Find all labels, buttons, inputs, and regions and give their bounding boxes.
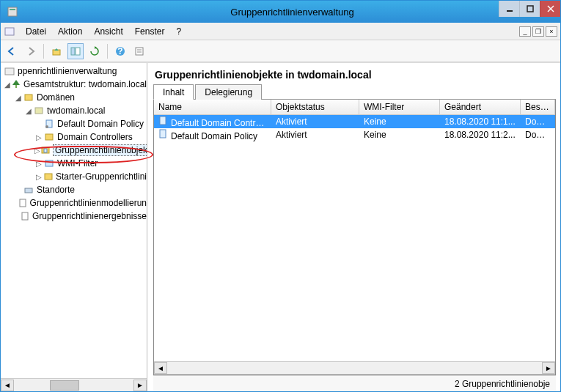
menu-view[interactable]: Ansicht — [88, 25, 128, 38]
scroll-right-button[interactable]: ► — [133, 380, 147, 391]
list-body: Default Domain Controll... Aktiviert Kei… — [154, 115, 555, 361]
expander-icon[interactable]: ▷ — [34, 147, 40, 155]
column-owner[interactable]: Besitzer — [521, 100, 555, 114]
tree-domain[interactable]: ◢twdomain.local — [1, 104, 147, 117]
tree-pane: ppenrichtlinienverwaltung ◢Gesamtstruktu… — [1, 63, 147, 391]
results-icon — [20, 211, 30, 221]
svg-rect-9 — [76, 48, 80, 55]
forest-icon — [11, 79, 21, 89]
svg-rect-1 — [10, 9, 15, 10]
svg-rect-23 — [44, 149, 47, 152]
mdi-restore-button[interactable]: ❐ — [532, 26, 544, 37]
svg-rect-15 — [5, 68, 14, 75]
svg-rect-6 — [5, 28, 14, 35]
status-text: 2 Gruppenrichtlinienobje — [455, 379, 550, 389]
tree-starter-gpos[interactable]: ▷Starter-Gruppenrichtlini — [1, 170, 147, 183]
expander-icon[interactable]: ◢ — [14, 94, 23, 102]
tree-modeling[interactable]: Gruppenrichtlinienmodellierun — [1, 196, 147, 210]
gpo-link-icon — [43, 119, 55, 129]
show-hide-tree-button[interactable] — [67, 43, 84, 59]
svg-rect-16 — [15, 85, 17, 88]
column-wmi[interactable]: WMI-Filter — [359, 100, 440, 114]
starter-icon — [43, 171, 54, 182]
gpo-folder-icon — [40, 145, 51, 155]
gpo-icon — [158, 129, 169, 139]
scroll-left-button[interactable]: ◄ — [154, 362, 167, 374]
mdi-close-button[interactable]: × — [546, 26, 557, 37]
svg-text:?: ? — [117, 46, 122, 56]
tree-horizontal-scrollbar[interactable]: ◄ ► — [1, 378, 147, 391]
svg-rect-7 — [53, 50, 60, 55]
column-modified[interactable]: Geändert — [440, 100, 521, 114]
tree-domains[interactable]: ◢Domänen — [1, 91, 147, 104]
svg-rect-27 — [20, 199, 26, 207]
wmi-icon — [43, 158, 55, 169]
tab-strip: Inhalt Delegierung — [153, 84, 556, 100]
svg-rect-26 — [25, 188, 32, 193]
scroll-track[interactable] — [167, 362, 542, 374]
svg-rect-28 — [22, 212, 28, 220]
expander-icon[interactable]: ▷ — [34, 160, 43, 168]
mmc-icon — [4, 26, 15, 37]
list-horizontal-scrollbar[interactable]: ◄ ► — [154, 361, 555, 374]
status-bar: 2 Gruppenrichtlinienobje — [153, 375, 556, 391]
svg-rect-17 — [25, 95, 32, 100]
list-row[interactable]: Default Domain Controll... Aktiviert Kei… — [154, 115, 555, 128]
tree-root[interactable]: ppenrichtlinienverwaltung — [1, 64, 147, 78]
domain-icon — [33, 106, 45, 116]
mdi-minimize-button[interactable]: _ — [519, 26, 531, 37]
gpo-icon — [158, 116, 169, 126]
gpm-icon — [4, 66, 15, 76]
column-name[interactable]: Name — [154, 100, 271, 114]
forward-button[interactable] — [23, 43, 39, 59]
back-button[interactable] — [4, 43, 20, 59]
menu-action[interactable]: Aktion — [52, 25, 88, 38]
tree-default-domain-policy[interactable]: Default Domain Policy — [1, 117, 147, 130]
scroll-left-button[interactable]: ◄ — [1, 380, 14, 391]
svg-rect-30 — [160, 130, 166, 138]
menu-window[interactable]: Fenster — [129, 25, 171, 38]
tab-delegation[interactable]: Delegierung — [195, 84, 262, 100]
column-status[interactable]: Objektstatus — [271, 100, 359, 114]
svg-rect-0 — [8, 7, 17, 16]
modeling-icon — [18, 198, 28, 208]
tree-domain-controllers[interactable]: ▷Domain Controllers — [1, 130, 147, 144]
tree-gpo-container[interactable]: ▷Gruppenrichtlinienobjekte — [1, 144, 147, 157]
tree-results[interactable]: Gruppenrichtlinienergebnisse — [1, 210, 147, 223]
details-pane: Gruppenrichtlinienobjekte in twdomain.lo… — [147, 63, 560, 391]
window-title: Gruppenrichtlinienverwaltung — [24, 7, 560, 18]
list-row[interactable]: Default Domain Policy Aktiviert Keine 18… — [154, 128, 555, 141]
minimize-button[interactable] — [499, 1, 519, 17]
sites-icon — [23, 185, 34, 195]
up-folder-button[interactable] — [48, 43, 65, 59]
help-button[interactable]: ? — [112, 43, 128, 59]
refresh-button[interactable] — [87, 43, 103, 59]
svg-rect-21 — [45, 134, 53, 140]
tree-sites[interactable]: Standorte — [1, 183, 147, 196]
ou-icon — [43, 132, 55, 142]
expander-icon[interactable]: ◢ — [4, 81, 11, 89]
menu-help[interactable]: ? — [170, 25, 187, 38]
expander-icon[interactable]: ▷ — [34, 173, 43, 181]
list-header: Name Objektstatus WMI-Filter Geändert Be… — [154, 100, 555, 115]
app-icon — [5, 4, 20, 19]
close-button[interactable] — [540, 1, 560, 17]
maximize-button[interactable] — [519, 1, 540, 17]
scroll-thumb[interactable] — [50, 380, 79, 391]
menu-file[interactable]: Datei — [20, 25, 52, 38]
titlebar: Gruppenrichtlinienverwaltung — [1, 1, 560, 23]
expander-icon[interactable]: ▷ — [34, 133, 43, 141]
scroll-track[interactable] — [14, 380, 133, 391]
menubar: Datei Aktion Ansicht Fenster ? _ ❐ × — [1, 23, 560, 40]
domains-icon — [23, 92, 34, 103]
tree-forest[interactable]: ◢Gesamtstruktur: twdomain.local — [1, 78, 147, 91]
tree-wmi-filters[interactable]: ▷WMI-Filter — [1, 157, 147, 170]
details-heading: Gruppenrichtlinienobjekte in twdomain.lo… — [153, 66, 556, 84]
svg-rect-12 — [136, 48, 143, 55]
scroll-right-button[interactable]: ► — [542, 362, 555, 374]
properties-button[interactable] — [131, 43, 147, 59]
svg-rect-29 — [160, 117, 166, 125]
expander-icon[interactable]: ◢ — [24, 107, 33, 115]
tab-content[interactable]: Inhalt — [153, 84, 194, 100]
svg-rect-24 — [45, 160, 53, 166]
